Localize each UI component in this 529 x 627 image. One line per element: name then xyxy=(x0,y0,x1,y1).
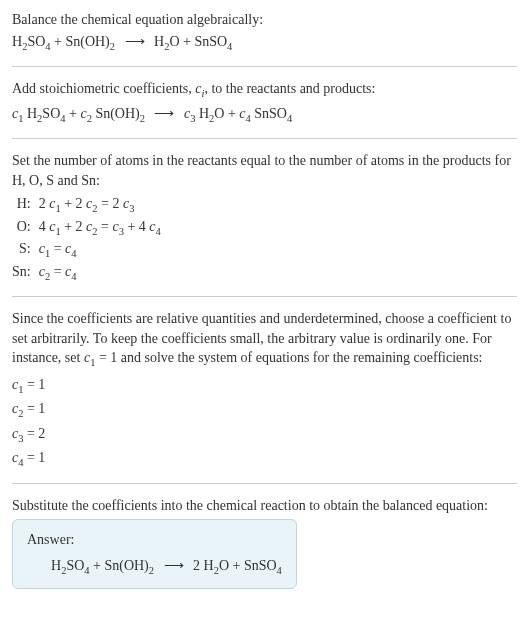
txt: = 1 xyxy=(23,401,45,416)
coeff-value: c2 = 1 xyxy=(12,399,517,421)
sub: 2 xyxy=(149,565,154,576)
txt: = xyxy=(50,264,65,279)
txt: + Sn(OH) xyxy=(90,558,149,573)
answer-box: Answer: H2SO4 + Sn(OH)2 ⟶ 2 H2O + SnSO4 xyxy=(12,519,297,589)
sub: 4 xyxy=(71,248,76,259)
txt: + 2 xyxy=(61,196,86,211)
txt: + 4 xyxy=(124,219,149,234)
problem-intro: Balance the chemical equation algebraica… xyxy=(12,10,517,30)
divider xyxy=(12,66,517,67)
coeff-value: c4 = 1 xyxy=(12,448,517,470)
txt: O + SnSO xyxy=(219,558,277,573)
txt: = xyxy=(98,219,113,234)
txt: = 2 xyxy=(23,426,45,441)
sub: 4 xyxy=(287,112,292,123)
unbalanced-equation: H2SO4 + Sn(OH)2 ⟶ H2O + SnSO4 xyxy=(12,32,517,54)
sub: 4 xyxy=(71,270,76,281)
arrow-icon: ⟶ xyxy=(125,34,145,49)
txt: Sn(OH) xyxy=(92,106,140,121)
txt: + xyxy=(66,106,81,121)
answer-intro: Substitute the coefficients into the che… xyxy=(12,496,517,516)
txt: H xyxy=(12,34,22,49)
sub: 4 xyxy=(227,40,232,51)
answer-label: Answer: xyxy=(27,530,282,550)
equation-cell: 4 c1 + 2 c2 = c3 + 4 c4 xyxy=(39,217,167,239)
txt: 2 xyxy=(39,196,50,211)
table-row: O: 4 c1 + 2 c2 = c3 + 4 c4 xyxy=(12,217,167,239)
txt: H xyxy=(195,106,209,121)
equation-cell: 2 c1 + 2 c2 = 2 c3 xyxy=(39,194,167,216)
divider xyxy=(12,483,517,484)
section-atom-balance: Set the number of atoms in the reactants… xyxy=(12,151,517,284)
section-answer: Substitute the coefficients into the che… xyxy=(12,496,517,590)
txt: O + SnSO xyxy=(169,34,227,49)
sub: 2 xyxy=(140,112,145,123)
txt: + 2 xyxy=(61,219,86,234)
sub: 2 xyxy=(110,40,115,51)
table-row: S: c1 = c4 xyxy=(12,239,167,261)
txt: = 2 xyxy=(98,196,123,211)
coeff-intro: Add stoichiometric coefficients, ci, to … xyxy=(12,79,517,101)
section-problem: Balance the chemical equation algebraica… xyxy=(12,10,517,54)
table-row: H: 2 c1 + 2 c2 = 2 c3 xyxy=(12,194,167,216)
balanced-equation: H2SO4 + Sn(OH)2 ⟶ 2 H2O + SnSO4 xyxy=(27,556,282,578)
txt: 4 xyxy=(39,219,50,234)
element-label: S: xyxy=(12,239,39,261)
arrow-icon: ⟶ xyxy=(164,558,184,573)
solve-intro: Since the coefficients are relative quan… xyxy=(12,309,517,371)
element-label: O: xyxy=(12,217,39,239)
element-label: Sn: xyxy=(12,262,39,284)
txt: , to the reactants and products: xyxy=(204,81,375,96)
sub: 4 xyxy=(277,565,282,576)
txt: Add stoichiometric coefficients, xyxy=(12,81,195,96)
table-row: Sn: c2 = c4 xyxy=(12,262,167,284)
section-coefficients: Add stoichiometric coefficients, ci, to … xyxy=(12,79,517,126)
atom-table: H: 2 c1 + 2 c2 = 2 c3 O: 4 c1 + 2 c2 = c… xyxy=(12,194,167,284)
sub: 4 xyxy=(156,226,161,237)
element-label: H: xyxy=(12,194,39,216)
txt: O + xyxy=(214,106,239,121)
txt: + Sn(OH) xyxy=(51,34,110,49)
txt: SO xyxy=(27,34,45,49)
coeff-equation: c1 H2SO4 + c2 Sn(OH)2 ⟶ c3 H2O + c4 SnSO… xyxy=(12,104,517,126)
txt: = 1 and solve the system of equations fo… xyxy=(95,350,482,365)
equation-cell: c1 = c4 xyxy=(39,239,167,261)
divider xyxy=(12,138,517,139)
coeff-value: c1 = 1 xyxy=(12,375,517,397)
txt: H xyxy=(51,558,61,573)
txt: = xyxy=(50,241,65,256)
arrow-icon: ⟶ xyxy=(154,106,174,121)
txt: SO xyxy=(42,106,60,121)
coeff-value: c3 = 2 xyxy=(12,424,517,446)
txt: 2 H xyxy=(193,558,214,573)
equation-cell: c2 = c4 xyxy=(39,262,167,284)
section-solve: Since the coefficients are relative quan… xyxy=(12,309,517,471)
sub: 3 xyxy=(129,203,134,214)
divider xyxy=(12,296,517,297)
txt: = 1 xyxy=(23,450,45,465)
txt: SO xyxy=(66,558,84,573)
txt: H xyxy=(23,106,37,121)
txt: SnSO xyxy=(251,106,287,121)
txt: = 1 xyxy=(23,377,45,392)
coeff-values: c1 = 1 c2 = 1 c3 = 2 c4 = 1 xyxy=(12,375,517,471)
txt: H xyxy=(154,34,164,49)
atom-intro: Set the number of atoms in the reactants… xyxy=(12,151,517,190)
